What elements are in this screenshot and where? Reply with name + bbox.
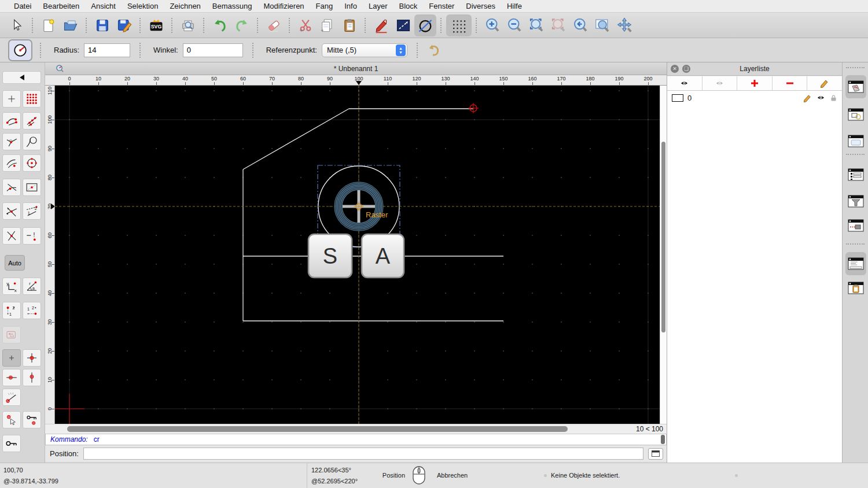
snap-center-button[interactable]	[23, 154, 41, 172]
relative-cartesian-button[interactable]: 12	[2, 302, 21, 319]
snap-polar-tracking-button[interactable]	[2, 326, 21, 343]
layer-color-swatch[interactable]	[672, 94, 683, 102]
menu-info[interactable]: Info	[339, 2, 363, 10]
cut-button[interactable]: +	[295, 14, 317, 36]
property-editor-toggle-button[interactable]	[845, 163, 866, 186]
zoom-in-button[interactable]	[481, 14, 503, 36]
block-list-toggle-button[interactable]	[845, 103, 866, 126]
active-tool-indicator[interactable]	[8, 39, 32, 61]
snap-coordinate-button[interactable]	[2, 227, 21, 245]
svg-export-button[interactable]: SVG	[145, 14, 167, 36]
close-panel-button[interactable]: ✕	[671, 65, 679, 73]
coordinate-cartesian-button[interactable]: yx	[2, 278, 21, 295]
relative-zero-key-button[interactable]	[2, 435, 21, 452]
zoom-auto-button[interactable]	[525, 14, 547, 36]
command-scrollbar-thumb[interactable]	[661, 435, 665, 444]
layer-visibility-icon[interactable]	[816, 94, 826, 102]
command-trigger-toggle-button[interactable]	[845, 214, 866, 237]
document-tab-bar[interactable]: * Unbenannt 1	[45, 62, 667, 75]
canvas-vertical-scrollbar[interactable]	[660, 86, 667, 424]
drawing-canvas[interactable]: RasterSA	[55, 86, 660, 424]
edit-layer-button[interactable]	[807, 76, 842, 90]
save-button[interactable]	[91, 14, 113, 36]
grid-toggle-button[interactable]	[446, 14, 472, 36]
radius-input[interactable]	[84, 43, 130, 57]
restrict-vertical-button[interactable]	[23, 369, 41, 386]
zoom-out-button[interactable]	[503, 14, 525, 36]
pan-button[interactable]	[613, 14, 635, 36]
relative-polar-button[interactable]: 12	[23, 302, 41, 319]
coordinate-polar-button[interactable]: ra	[23, 278, 41, 295]
copy-button[interactable]: +	[317, 14, 339, 36]
circle-tool-button[interactable]	[414, 14, 436, 36]
print-preview-button[interactable]	[177, 14, 199, 36]
menu-datei[interactable]: Datei	[8, 2, 37, 10]
zoom-window-button[interactable]	[591, 14, 613, 36]
menu-block[interactable]: Block	[393, 2, 423, 10]
scrollbar-thumb[interactable]	[67, 426, 568, 432]
command-line-toggle-button[interactable]	[845, 252, 866, 275]
menu-selektion[interactable]: Selektion	[122, 2, 164, 10]
menu-ansicht[interactable]: Ansicht	[85, 2, 122, 10]
select-tool-button[interactable]	[6, 14, 28, 36]
menu-hilfe[interactable]: Hilfe	[501, 2, 528, 10]
angle-input[interactable]	[183, 43, 243, 57]
restrict-off-button[interactable]	[2, 349, 21, 367]
palette-back-button[interactable]	[2, 71, 41, 84]
scrollbar-thumb[interactable]	[661, 142, 665, 332]
command-window-toggle-button[interactable]	[648, 448, 663, 460]
layer-row[interactable]: 0	[667, 91, 842, 105]
layer-list-toggle-button[interactable]	[845, 75, 866, 98]
menu-diverses[interactable]: Diverses	[460, 2, 501, 10]
save-as-button[interactable]	[113, 14, 135, 36]
add-layer-button[interactable]	[737, 76, 773, 90]
menu-bearbeiten[interactable]: Bearbeiten	[37, 2, 85, 10]
set-relative-zero-button[interactable]	[2, 411, 21, 428]
menu-fang[interactable]: Fang	[310, 2, 339, 10]
view-list-toggle-button[interactable]	[845, 130, 866, 153]
new-file-button[interactable]	[38, 14, 60, 36]
command-history[interactable]: Kommando: cr	[45, 434, 667, 445]
snap-grid-button[interactable]	[23, 90, 41, 108]
edit-layer-icon[interactable]	[803, 94, 812, 102]
snap-reference-button[interactable]	[23, 179, 41, 196]
canvas-horizontal-scrollbar[interactable]: 10 < 100	[45, 424, 667, 434]
redo-button[interactable]	[231, 14, 253, 36]
snap-on-entity-button[interactable]	[23, 112, 41, 130]
lock-relative-zero-button[interactable]	[23, 411, 41, 428]
hide-all-layers-button[interactable]	[703, 76, 738, 90]
remove-layer-button[interactable]	[773, 76, 808, 90]
snap-perpendicular-button[interactable]	[2, 133, 21, 150]
undock-panel-button[interactable]: ❏	[682, 65, 690, 73]
line-tool-button[interactable]	[392, 14, 414, 36]
menu-zeichnen[interactable]: Zeichnen	[164, 2, 206, 10]
reference-point-select[interactable]: Mitte (,5) ▲▼	[322, 43, 407, 57]
snap-intersection-manual-button[interactable]: 12	[23, 202, 41, 220]
restrict-horizontal-button[interactable]	[2, 369, 21, 386]
paste-button[interactable]	[339, 14, 361, 36]
zoom-previous-button[interactable]	[569, 14, 591, 36]
snap-tangent-button[interactable]	[23, 133, 41, 150]
draw-pencil-button[interactable]	[370, 14, 392, 36]
zoom-selection-button[interactable]	[547, 14, 569, 36]
menu-bemassung[interactable]: Bemassung	[207, 2, 258, 10]
layer-lock-icon[interactable]	[830, 94, 837, 102]
selection-filter-toggle-button[interactable]	[845, 190, 866, 213]
menu-layer[interactable]: Layer	[363, 2, 393, 10]
snap-auto-entity-button[interactable]	[2, 154, 21, 172]
menu-fenster[interactable]: Fenster	[423, 2, 460, 10]
snap-endpoints-button[interactable]	[2, 112, 21, 130]
snap-tangent-point-button[interactable]	[2, 179, 21, 196]
restrict-orthogonal-button[interactable]	[23, 349, 41, 367]
restrict-angle-button[interactable]	[2, 389, 21, 406]
snap-distance-button[interactable]: !	[23, 227, 41, 245]
snap-free-button[interactable]	[2, 90, 21, 108]
menu-modifizieren[interactable]: Modifizieren	[258, 2, 310, 10]
show-all-layers-button[interactable]	[667, 76, 703, 90]
delete-button[interactable]	[263, 14, 285, 36]
snap-intersection-button[interactable]	[2, 202, 21, 220]
position-input[interactable]	[83, 448, 643, 460]
clipboard-panel-toggle-button[interactable]	[845, 276, 866, 300]
open-file-button[interactable]	[60, 14, 82, 36]
snap-auto-button[interactable]: Auto	[5, 255, 25, 271]
